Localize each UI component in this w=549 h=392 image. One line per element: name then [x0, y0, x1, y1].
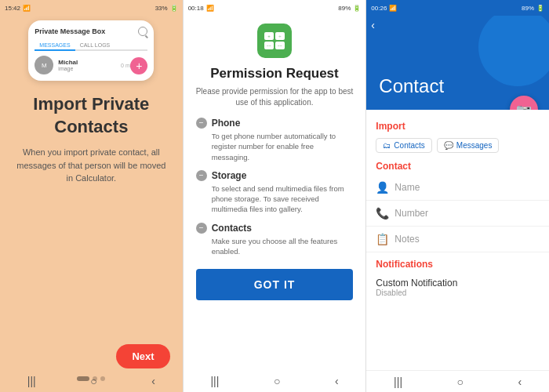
contacts-perm-icon	[196, 223, 207, 234]
nav-menu-icon[interactable]: |||	[27, 375, 36, 387]
nav-menu-icon-3[interactable]: |||	[394, 376, 402, 388]
storage-perm-name: Storage	[212, 170, 247, 181]
contacts-tab-label: Contacts	[394, 141, 424, 150]
storage-perm-icon	[196, 170, 207, 181]
search-icon	[138, 27, 147, 36]
bottom-nav-3: ||| ○ ‹	[366, 370, 549, 392]
tab-messages[interactable]: MESSAGES	[35, 41, 75, 51]
import-tab-messages[interactable]: 💬 Messages	[437, 138, 500, 153]
progress-indicator	[77, 376, 105, 381]
number-label: Number	[394, 208, 428, 219]
panel-permission-request: 00:18 📶 89% 🔋 + ÷ −− −− Permission Reque…	[183, 0, 367, 392]
avatar: M	[35, 56, 53, 74]
panel3-main-content: Import 🗂 Contacts 💬 Messages Contact 👤 N…	[366, 114, 549, 370]
icon-cell-br: −−	[275, 42, 285, 49]
permission-list: Phone To get phone number automatically …	[196, 118, 354, 256]
permission-storage: Storage To select and send multimedia fi…	[196, 170, 354, 215]
nav-home-icon-3[interactable]: ○	[457, 376, 464, 388]
status-bar-3: 00:26 📶 89% 🔋	[366, 0, 549, 16]
card-tabs: MESSAGES CALL LOGS	[35, 41, 147, 51]
contact-title: Contact	[379, 75, 444, 97]
nav-back-icon[interactable]: ‹	[151, 375, 155, 387]
custom-notification-row[interactable]: Custom Notification Disabled	[366, 273, 549, 302]
contacts-perm-name: Contacts	[212, 223, 252, 234]
app-icon: + ÷ −− −−	[257, 24, 292, 58]
app-icon-grid: + ÷ −− −−	[264, 32, 285, 49]
panel-contact: 00:26 📶 89% 🔋 ‹ Contact 📷 Import 🗂 Conta…	[366, 0, 549, 392]
import-tab-contacts[interactable]: 🗂 Contacts	[376, 138, 431, 153]
contacts-perm-desc: Make sure you choose all the features en…	[196, 236, 354, 257]
field-number[interactable]: 📞 Number	[366, 201, 549, 227]
contact-section-title: Contact	[366, 158, 549, 175]
permission-title: Permission Request	[210, 66, 338, 82]
icon-cell-tl: +	[264, 32, 274, 40]
field-name[interactable]: 👤 Name	[366, 175, 549, 201]
icon-cell-tr: ÷	[275, 32, 285, 40]
permission-description: Please provide permission for the app to…	[196, 86, 354, 108]
phone-perm-desc: To get phone number automatically to reg…	[196, 131, 354, 162]
panel3-header: ‹ Contact 📷	[366, 16, 549, 110]
phone-perm-icon	[196, 118, 207, 129]
contacts-tab-icon: 🗂	[383, 141, 391, 150]
person-icon: 👤	[376, 181, 388, 194]
notifications-section-title: Notifications	[366, 252, 549, 273]
header-circle-decoration	[478, 16, 549, 86]
private-message-box-card: Private Message Box MESSAGES CALL LOGS M…	[28, 20, 154, 81]
name-label: Name	[394, 182, 420, 193]
import-heading: Import Private Contacts	[8, 93, 175, 138]
nav-back-icon-3[interactable]: ‹	[518, 376, 522, 388]
nav-menu-icon-2[interactable]: |||	[210, 375, 219, 387]
progress-dot-3	[100, 376, 105, 381]
permission-phone: Phone To get phone number automatically …	[196, 118, 354, 162]
notes-icon: 📋	[376, 233, 388, 245]
progress-dot-1	[77, 376, 89, 381]
custom-notification-label: Custom Notification	[376, 278, 540, 289]
camera-fab[interactable]: 📷	[510, 96, 538, 110]
nav-back-icon-2[interactable]: ‹	[335, 375, 339, 387]
card-header: Private Message Box	[35, 27, 147, 36]
nav-home-icon-2[interactable]: ○	[274, 375, 280, 387]
panel1-main-content: Private Message Box MESSAGES CALL LOGS M…	[0, 16, 183, 370]
tab-calllogs[interactable]: CALL LOGS	[75, 41, 115, 49]
messages-tab-icon: 💬	[444, 141, 453, 150]
progress-dot-2	[93, 376, 97, 381]
storage-perm-desc: To select and send multimedia files from…	[196, 183, 354, 215]
permission-contacts: Contacts Make sure you choose all the fe…	[196, 223, 354, 257]
back-icon[interactable]: ‹	[371, 19, 375, 31]
notes-label: Notes	[394, 234, 419, 245]
panel-import-contacts: 15:42 📶 33% 🔋 Private Message Box MESSAG…	[0, 0, 183, 392]
status-bar-1: 15:42 📶 33% 🔋	[0, 0, 183, 16]
message-info: Michal image	[58, 59, 116, 71]
import-description: When you import private contact, all mes…	[8, 146, 175, 185]
icon-cell-bl: −−	[264, 42, 274, 49]
phone-perm-name: Phone	[212, 118, 241, 129]
messages-tab-label: Messages	[456, 141, 493, 150]
bottom-nav-1: ||| ○ ‹	[0, 370, 183, 392]
bottom-nav-2: ||| ○ ‹	[184, 370, 366, 392]
field-notes[interactable]: 📋 Notes	[366, 227, 549, 252]
custom-notification-value: Disabled	[376, 289, 540, 297]
import-tabs: 🗂 Contacts 💬 Messages	[366, 135, 549, 158]
next-button[interactable]: Next	[116, 344, 169, 368]
status-bar-2: 00:18 📶 89% 🔋	[184, 0, 366, 16]
panel2-main-content: + ÷ −− −− Permission Request Please prov…	[184, 16, 366, 370]
got-it-button[interactable]: GOT IT	[196, 269, 354, 300]
phone-icon: 📞	[376, 207, 388, 220]
import-section-title: Import	[366, 114, 549, 135]
status-time-1: 15:42 📶	[5, 5, 31, 12]
